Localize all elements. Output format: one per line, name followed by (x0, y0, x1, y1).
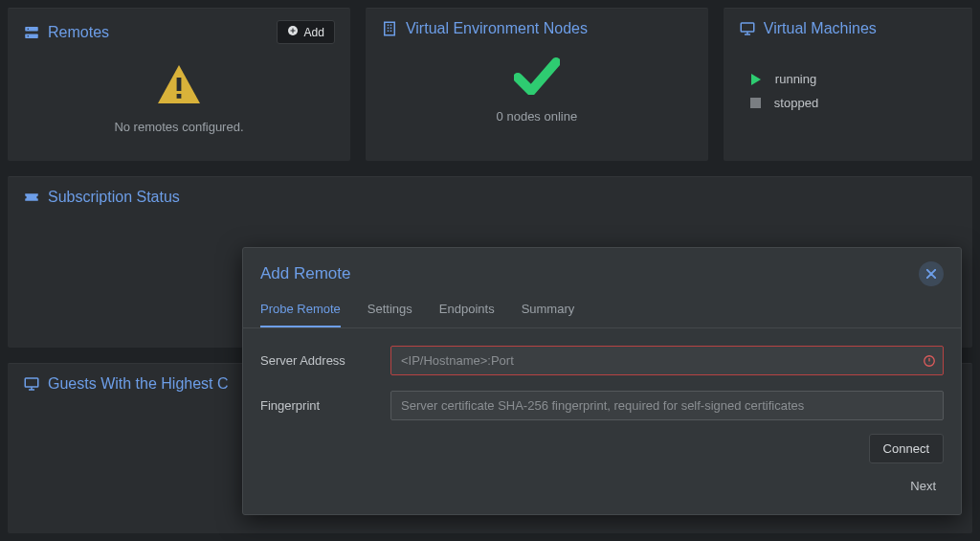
building-icon (381, 20, 398, 37)
fingerprint-input-wrap (390, 391, 944, 420)
fingerprint-label: Fingerprint (260, 398, 375, 413)
svg-point-2 (28, 28, 30, 30)
server-icon (23, 24, 40, 41)
svg-rect-6 (177, 94, 182, 99)
add-remote-label: Add (304, 26, 324, 39)
modal-title: Add Remote (260, 264, 351, 283)
vm-stopped-label: stopped (774, 96, 818, 110)
modal-header: Add Remote (243, 248, 961, 292)
card-guests-title: Guests With the Highest C (48, 375, 229, 393)
svg-point-3 (28, 35, 30, 37)
card-nodes-body: 0 nodes online (381, 49, 693, 124)
tab-probe-remote[interactable]: Probe Remote (260, 302, 341, 327)
svg-rect-0 (25, 27, 38, 32)
card-subscription-title: Subscription Status (48, 189, 180, 206)
card-vms-header: Virtual Machines (739, 20, 957, 37)
modal-footer: Connect Next (243, 428, 961, 514)
tab-endpoints[interactable]: Endpoints (439, 302, 495, 327)
nodes-status-text: 0 nodes online (497, 109, 578, 124)
card-nodes-header: Virtual Environment Nodes (381, 20, 693, 37)
card-remotes-body: No remotes configured. (23, 56, 335, 134)
svg-rect-10 (25, 378, 38, 387)
ticket-icon (23, 189, 40, 206)
card-nodes-title: Virtual Environment Nodes (406, 20, 588, 37)
card-nodes: Virtual Environment Nodes 0 nodes online (366, 8, 708, 161)
modal-close-button[interactable] (919, 261, 944, 286)
dashboard-row-top: Remotes Add No remotes configured. (8, 8, 972, 161)
server-address-input-wrap (390, 346, 944, 375)
vm-running-label: running (775, 72, 816, 86)
next-button[interactable]: Next (902, 473, 944, 499)
modal-tabs: Probe Remote Settings Endpoints Summary (243, 292, 961, 328)
desktop-icon (739, 20, 756, 37)
add-remote-modal: Add Remote Probe Remote Settings Endpoin… (242, 247, 962, 515)
add-remote-button[interactable]: Add (277, 20, 335, 44)
svg-rect-9 (750, 98, 761, 108)
tab-settings[interactable]: Settings (368, 302, 412, 327)
plus-circle-icon (287, 25, 299, 39)
error-icon (923, 354, 936, 368)
form-row-fingerprint: Fingerprint (260, 391, 944, 420)
server-address-label: Server Address (260, 353, 375, 368)
card-remotes-title-wrap: Remotes (23, 24, 109, 41)
check-icon (514, 56, 560, 98)
card-vms-title-wrap: Virtual Machines (739, 20, 877, 37)
svg-rect-8 (741, 23, 754, 32)
svg-rect-7 (385, 22, 395, 35)
card-remotes-title: Remotes (48, 24, 109, 41)
card-subscription-header: Subscription Status (23, 189, 957, 206)
tab-summary[interactable]: Summary (522, 302, 575, 327)
svg-rect-1 (25, 34, 38, 38)
card-remotes-header: Remotes Add (23, 20, 335, 44)
connect-button[interactable]: Connect (869, 434, 944, 463)
warning-icon (156, 63, 202, 108)
play-icon (750, 74, 762, 85)
server-address-input[interactable] (390, 346, 944, 375)
card-subscription-title-wrap: Subscription Status (23, 189, 180, 206)
card-guests-title-wrap: Guests With the Highest C (23, 375, 229, 393)
vm-status-list: running stopped (739, 49, 957, 110)
card-vms-title: Virtual Machines (764, 20, 877, 37)
fingerprint-input[interactable] (390, 391, 944, 420)
form-row-server-address: Server Address (260, 346, 944, 375)
vm-stopped-item: stopped (750, 96, 957, 110)
stop-icon (750, 98, 761, 108)
close-icon (926, 267, 936, 282)
modal-body: Server Address Fingerprint (243, 328, 961, 428)
card-vms: Virtual Machines running stopped (724, 8, 972, 161)
card-remotes: Remotes Add No remotes configured. (8, 8, 350, 161)
svg-rect-5 (177, 78, 182, 91)
desktop-icon (23, 375, 40, 393)
remotes-empty-text: No remotes configured. (114, 120, 243, 134)
card-nodes-title-wrap: Virtual Environment Nodes (381, 20, 588, 37)
vm-running-item: running (750, 72, 957, 86)
